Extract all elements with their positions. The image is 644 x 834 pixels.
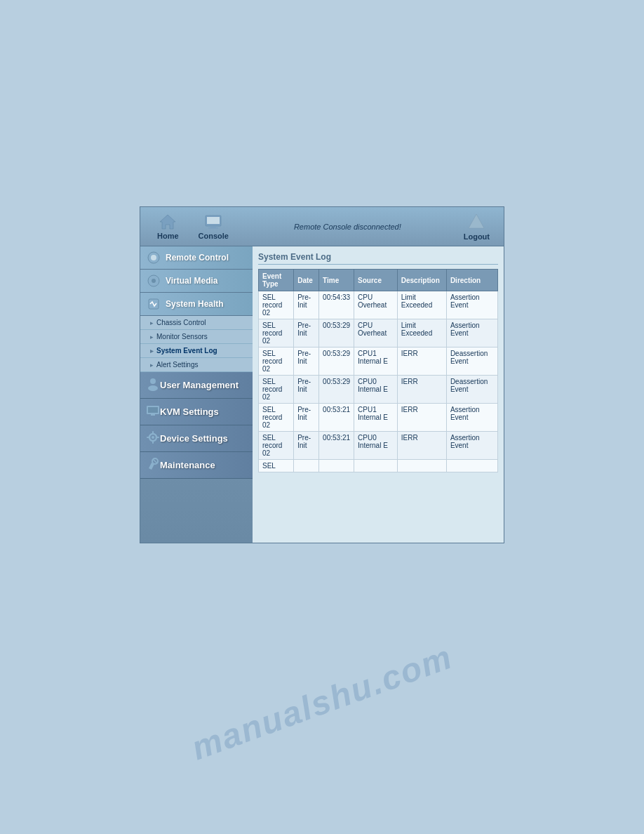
sidebar-label-system-event-log: System Event Log (156, 347, 217, 355)
table-cell: Deassertion Event (446, 348, 497, 376)
table-cell: Pre-Init (294, 348, 319, 376)
header-center: Remote Console disconnected! (239, 223, 457, 231)
table-row: SEL record 02Pre-Init00:53:21CPU0 Intern… (259, 432, 498, 460)
svg-marker-0 (160, 215, 175, 229)
table-cell: 00:53:29 (319, 348, 354, 376)
health-icon (146, 296, 161, 312)
table-cell: 00:53:21 (319, 432, 354, 460)
logout-label: Logout (464, 232, 490, 241)
table-cell: SEL record 02 (259, 291, 294, 319)
content-area: System Event Log Event Type Date Time So… (253, 246, 504, 543)
svg-rect-2 (210, 226, 216, 227)
table-cell: CPU1 Internal E (354, 348, 398, 376)
home-icon (158, 213, 177, 230)
table-cell: IERR (397, 432, 446, 460)
sidebar-item-device-settings[interactable]: Device Settings (140, 425, 253, 452)
sidebar-item-system-event-log[interactable]: System Event Log (140, 344, 253, 358)
table-cell: 00:53:29 (319, 376, 354, 404)
col-header-event-type: Event Type (259, 270, 294, 291)
table-row: SEL record 02Pre-Init00:53:21CPU1 Intern… (259, 404, 498, 432)
table-cell: Pre-Init (294, 319, 319, 348)
sidebar-item-user-management[interactable]: User Management (140, 372, 253, 399)
sidebar-label-kvm-settings: KVM Settings (160, 406, 219, 417)
header-bar: Home Console Remote Console disconnected… (140, 207, 504, 246)
sidebar-item-virtual-media[interactable]: Virtual Media (140, 270, 253, 293)
sidebar: Remote Control Virtual Media (140, 246, 253, 543)
table-cell: 00:53:21 (319, 404, 354, 432)
table-cell: SEL record 02 (259, 348, 294, 376)
console-label: Console (199, 232, 229, 240)
svg-marker-5 (469, 214, 484, 228)
table-cell: SEL record 02 (259, 376, 294, 404)
table-cell: CPU Overheat (354, 319, 398, 348)
table-cell: CPU0 Internal E (354, 376, 398, 404)
svg-rect-21 (156, 437, 159, 438)
sidebar-label-chassis-control: Chassis Control (156, 319, 206, 326)
col-header-source: Source (354, 270, 398, 291)
table-cell: SEL record 02 (259, 404, 294, 432)
sidebar-item-alert-settings[interactable]: Alert Settings (140, 358, 253, 372)
table-row: SEL record 02Pre-Init00:53:29CPU1 Intern… (259, 348, 498, 376)
table-cell: Pre-Init (294, 432, 319, 460)
table-cell: Limit Exceeded (397, 291, 446, 319)
svg-rect-3 (208, 227, 218, 229)
home-label: Home (157, 232, 179, 240)
svg-rect-20 (147, 437, 149, 438)
table-cell (319, 460, 354, 472)
svg-point-9 (152, 279, 156, 283)
table-row: SEL (259, 460, 498, 472)
home-nav-item[interactable]: Home (147, 209, 189, 244)
user-icon (146, 377, 160, 393)
sidebar-item-remote-control[interactable]: Remote Control (140, 246, 253, 270)
table-cell: CPU0 Internal E (354, 432, 398, 460)
svg-line-23 (153, 459, 157, 463)
sidebar-item-kvm-settings[interactable]: KVM Settings (140, 399, 253, 425)
remote-icon (146, 250, 161, 265)
sidebar-label-monitor-sensors: Monitor Sensors (156, 333, 208, 340)
device-icon (146, 430, 160, 446)
svg-rect-19 (152, 441, 154, 444)
col-header-date: Date (294, 270, 319, 291)
logout-icon (467, 213, 485, 232)
sidebar-item-chassis-control[interactable]: Chassis Control (140, 316, 253, 330)
col-header-direction: Direction (446, 270, 497, 291)
table-cell: Pre-Init (294, 291, 319, 319)
table-cell: Assertion Event (446, 291, 497, 319)
table-cell: Deassertion Event (446, 376, 497, 404)
table-cell: Pre-Init (294, 376, 319, 404)
table-cell: SEL (259, 460, 294, 472)
console-nav-item[interactable]: Console (189, 209, 239, 244)
sidebar-label-user-management: User Management (160, 380, 239, 390)
svg-point-12 (148, 385, 158, 391)
maintenance-icon (146, 457, 160, 473)
console-icon (203, 213, 223, 230)
table-cell: 00:54:33 (319, 291, 354, 319)
sidebar-label-remote-control: Remote Control (166, 253, 229, 263)
table-cell: IERR (397, 404, 446, 432)
logout-section[interactable]: Logout (457, 208, 497, 245)
table-cell: 00:53:29 (319, 319, 354, 348)
sidebar-item-system-health[interactable]: System Health (140, 293, 253, 316)
table-cell: Assertion Event (446, 319, 497, 348)
sidebar-item-maintenance[interactable]: Maintenance (140, 452, 253, 479)
media-icon (146, 273, 161, 289)
page-wrapper: Home Console Remote Console disconnected… (0, 0, 644, 834)
sidebar-item-monitor-sensors[interactable]: Monitor Sensors (140, 330, 253, 344)
col-header-description: Description (397, 270, 446, 291)
table-cell: IERR (397, 376, 446, 404)
table-cell: IERR (397, 348, 446, 376)
svg-rect-14 (148, 407, 158, 413)
panel-title: System Event Log (258, 252, 498, 265)
table-cell: CPU Overheat (354, 291, 398, 319)
table-cell (397, 460, 446, 472)
table-cell: CPU1 Internal E (354, 404, 398, 432)
table-cell: Limit Exceeded (397, 319, 446, 348)
table-row: SEL record 02Pre-Init00:54:33CPU Overhea… (259, 291, 498, 319)
event-log-table: Event Type Date Time Source Description … (258, 269, 498, 472)
table-cell: Assertion Event (446, 432, 497, 460)
table-row: SEL record 02Pre-Init00:53:29CPU Overhea… (259, 319, 498, 348)
svg-rect-15 (151, 414, 155, 416)
main-content: Remote Control Virtual Media (140, 246, 504, 543)
svg-point-7 (151, 255, 156, 260)
sidebar-label-maintenance: Maintenance (160, 460, 215, 470)
